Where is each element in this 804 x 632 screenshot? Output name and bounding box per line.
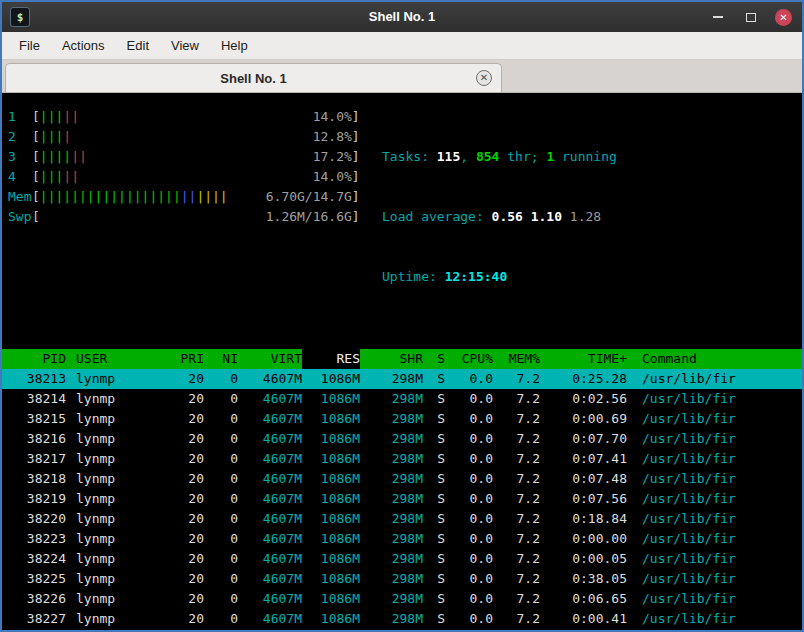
tab-title: Shell No. 1 (6, 71, 501, 86)
cell-pri: 20 (174, 409, 204, 429)
load-average-line: Load average: 0.56 1.10 1.28 (382, 207, 617, 227)
cell-pri: 20 (174, 469, 204, 489)
process-row[interactable]: 38213 lynmp 20 0 4607M 1086M 298M S 0.0 … (2, 369, 802, 389)
minimize-icon (713, 16, 723, 18)
cell-ni: 0 (204, 629, 238, 630)
cell-virt: 4607M (238, 629, 302, 630)
process-row[interactable]: 38217 lynmp 20 0 4607M 1086M 298M S 0.0 … (2, 449, 802, 469)
cell-cpu: 0.0 (445, 409, 493, 429)
process-row[interactable]: 38228 lynmp 20 0 4607M 1086M 298M S 0.0 … (2, 629, 802, 630)
column-header-time[interactable]: TIME+ (540, 349, 627, 369)
column-header-shr[interactable]: SHR (360, 349, 423, 369)
cell-ni: 0 (204, 529, 238, 549)
cell-shr: 298M (360, 409, 423, 429)
cell-cpu: 0.0 (445, 609, 493, 629)
cell-res: 1086M (302, 489, 360, 509)
cell-res: 1086M (302, 409, 360, 429)
cpu4-percent: 14.0% (313, 167, 352, 187)
column-header-pid[interactable]: PID (8, 349, 66, 369)
cell-res: 1086M (302, 389, 360, 409)
cell-pid: 38216 (8, 429, 66, 449)
process-row[interactable]: 38223 lynmp 20 0 4607M 1086M 298M S 0.0 … (2, 529, 802, 549)
cell-cpu: 0.0 (445, 629, 493, 630)
cell-shr: 298M (360, 629, 423, 630)
cell-command: /usr/lib/fir (627, 489, 798, 509)
cpu2-percent: 12.8% (313, 127, 352, 147)
process-row[interactable]: 38227 lynmp 20 0 4607M 1086M 298M S 0.0 … (2, 609, 802, 629)
tab-close-button[interactable]: ✕ (476, 70, 492, 86)
process-row[interactable]: 38215 lynmp 20 0 4607M 1086M 298M S 0.0 … (2, 409, 802, 429)
cell-command: /usr/lib/fir (627, 469, 798, 489)
cell-virt: 4607M (238, 429, 302, 449)
cell-command: /usr/lib/fir (627, 369, 798, 389)
maximize-button[interactable] (742, 8, 760, 26)
cell-shr: 298M (360, 589, 423, 609)
cell-state: S (423, 469, 445, 489)
column-header-virt[interactable]: VIRT (238, 349, 302, 369)
cell-mem: 7.2 (493, 469, 540, 489)
cell-pid: 38225 (8, 569, 66, 589)
cell-virt: 4607M (238, 389, 302, 409)
cell-state: S (423, 589, 445, 609)
column-header-res-sorted[interactable]: RES (302, 349, 360, 369)
cell-user: lynmp (66, 449, 174, 469)
menu-edit[interactable]: Edit (116, 32, 160, 60)
mem-bars: |||||||||||||||||||||||| (40, 187, 228, 207)
cell-mem: 7.2 (493, 609, 540, 629)
menu-actions[interactable]: Actions (51, 32, 116, 60)
cell-mem: 7.2 (493, 489, 540, 509)
cpu-meter-2: 2[||||12.8%] (8, 127, 368, 147)
cpu2-label: 2 (8, 127, 32, 147)
cell-virt: 4607M (238, 489, 302, 509)
column-header-state[interactable]: S (423, 349, 445, 369)
column-header-user[interactable]: USER (66, 349, 174, 369)
cell-time: 0:00.05 (540, 549, 627, 569)
cell-pri: 20 (174, 529, 204, 549)
cell-shr: 298M (360, 469, 423, 489)
window-title: Shell No. 1 (369, 2, 435, 32)
cell-time: 0:00.41 (540, 609, 627, 629)
cell-state: S (423, 449, 445, 469)
process-row[interactable]: 38216 lynmp 20 0 4607M 1086M 298M S 0.0 … (2, 429, 802, 449)
cell-command: /usr/lib/fir (627, 589, 798, 609)
process-row[interactable]: 38219 lynmp 20 0 4607M 1086M 298M S 0.0 … (2, 489, 802, 509)
process-row[interactable]: 38225 lynmp 20 0 4607M 1086M 298M S 0.0 … (2, 569, 802, 589)
process-row[interactable]: 38218 lynmp 20 0 4607M 1086M 298M S 0.0 … (2, 469, 802, 489)
cell-pid: 38220 (8, 509, 66, 529)
process-row[interactable]: 38220 lynmp 20 0 4607M 1086M 298M S 0.0 … (2, 509, 802, 529)
cell-cpu: 0.0 (445, 569, 493, 589)
cell-pri: 20 (174, 569, 204, 589)
column-header-pri[interactable]: PRI (174, 349, 204, 369)
column-header-command[interactable]: Command (627, 349, 798, 369)
process-row[interactable]: 38214 lynmp 20 0 4607M 1086M 298M S 0.0 … (2, 389, 802, 409)
cell-command: /usr/lib/fir (627, 429, 798, 449)
cell-pri: 20 (174, 489, 204, 509)
menu-help[interactable]: Help (210, 32, 259, 60)
close-button[interactable]: ✕ (775, 9, 792, 26)
cell-command: /usr/lib/fir (627, 409, 798, 429)
minimize-button[interactable] (709, 8, 727, 26)
menu-file[interactable]: File (8, 32, 51, 60)
cell-virt: 4607M (238, 589, 302, 609)
swp-usage-text: 1.26M/16.6G (266, 207, 352, 227)
column-header-cpu[interactable]: CPU% (445, 349, 493, 369)
column-header-ni[interactable]: NI (204, 349, 238, 369)
cell-user: lynmp (66, 509, 174, 529)
cell-ni: 0 (204, 609, 238, 629)
cell-mem: 7.2 (493, 369, 540, 389)
process-row[interactable]: 38224 lynmp 20 0 4607M 1086M 298M S 0.0 … (2, 549, 802, 569)
swp-label: Swp (8, 207, 32, 227)
cell-pri: 20 (174, 429, 204, 449)
cell-pri: 20 (174, 629, 204, 630)
close-icon: ✕ (779, 12, 787, 23)
column-header-mem[interactable]: MEM% (493, 349, 540, 369)
cell-state: S (423, 549, 445, 569)
cell-ni: 0 (204, 489, 238, 509)
cell-virt: 4607M (238, 449, 302, 469)
tab-shell-no-1[interactable]: Shell No. 1 ✕ (5, 63, 502, 92)
cell-cpu: 0.0 (445, 369, 493, 389)
terminal-app-icon[interactable]: $ (10, 7, 30, 27)
titlebar: $ Shell No. 1 ✕ (2, 2, 802, 32)
menu-view[interactable]: View (160, 32, 210, 60)
process-row[interactable]: 38226 lynmp 20 0 4607M 1086M 298M S 0.0 … (2, 589, 802, 609)
